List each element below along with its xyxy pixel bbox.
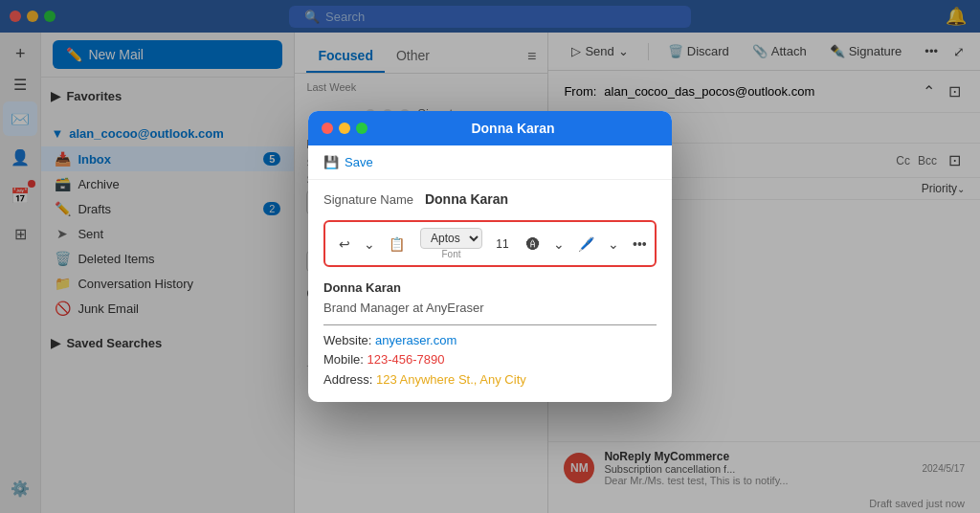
modal-maximize-button[interactable] [356,123,368,134]
sig-address-row: Address: 123 Anywhere St., Any City [323,370,657,390]
website-label: Website: [323,333,371,347]
undo-icon[interactable]: ↩ [335,234,354,254]
mobile-value: 123-456-7890 [368,352,445,367]
modal-title: Donna Karan [368,121,658,136]
signature-modal: Donna Karan 💾 Save Signature Name Donna … [308,111,672,402]
font-select[interactable]: Aptos [420,228,482,249]
highlight-color-icon[interactable]: 🅐 [523,234,544,254]
font-selector: Aptos Font [420,228,482,259]
copy-format-icon[interactable]: 📋 [385,234,409,254]
sig-name-row: Signature Name Donna Karan [323,191,657,207]
redo-chevron-icon[interactable]: ⌄ [360,234,379,254]
highlight-yellow-icon[interactable]: 🖊️ [574,234,598,254]
address-value: 123 Anywhere St., Any City [376,372,526,387]
font-size-input[interactable] [488,237,517,251]
sig-content: Donna Karan Brand Manager at AnyEraser W… [323,279,657,390]
formatting-toolbar: ↩ ⌄ 📋 Aptos Font 🅐 ⌄ 🖊️ ⌄ ••• [323,220,657,267]
modal-body: Signature Name Donna Karan ↩ ⌄ 📋 Aptos F… [308,180,672,402]
modal-minimize-button[interactable] [339,123,350,134]
font-color-chevron-icon[interactable]: ⌄ [549,234,568,254]
modal-save-row: 💾 Save [308,145,672,180]
sig-divider [323,324,657,325]
modal-window-controls [322,123,368,134]
modal-titlebar: Donna Karan [308,111,672,145]
modal-overlay[interactable]: Donna Karan 💾 Save Signature Name Donna … [0,0,980,513]
address-label: Address: [323,372,372,387]
sig-person-title: Brand Manager at AnyEraser [323,299,657,319]
sig-person-name: Donna Karan [323,279,657,299]
sig-mobile-row: Mobile: 123-456-7890 [323,350,657,370]
more-format-icon[interactable]: ••• [629,234,651,254]
modal-save-button[interactable]: 💾 Save [323,155,373,169]
highlight-chevron-icon[interactable]: ⌄ [604,234,623,254]
modal-close-button[interactable] [322,123,333,134]
sig-name-label: Signature Name [323,192,413,207]
save-disk-icon: 💾 [323,155,339,169]
sig-website-row: Website: anyeraser.com [323,331,657,351]
mobile-label: Mobile: [323,352,364,367]
sig-name-display: Donna Karan [425,191,508,207]
website-link[interactable]: anyeraser.com [375,333,457,347]
